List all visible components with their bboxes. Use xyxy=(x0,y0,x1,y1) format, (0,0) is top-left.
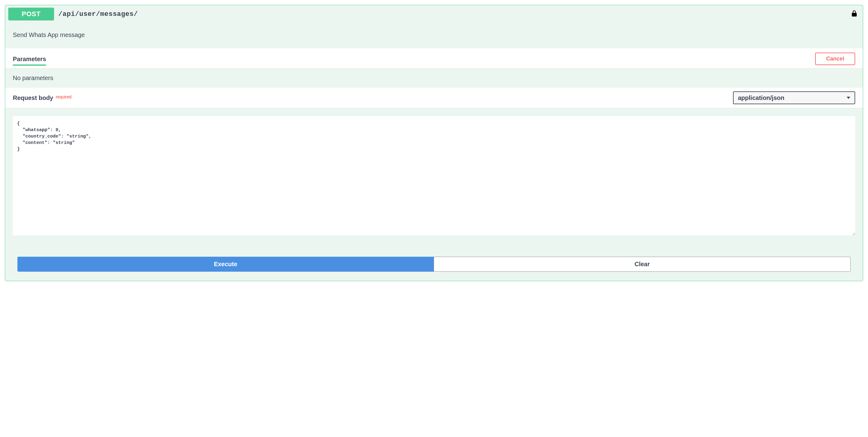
operation-summary-row[interactable]: POST /api/user/messages/ xyxy=(5,5,863,23)
parameters-section-title: Parameters xyxy=(13,56,46,66)
clear-button[interactable]: Clear xyxy=(434,257,850,272)
request-body-title: Request body xyxy=(13,94,53,101)
api-operation-block: POST /api/user/messages/ Send Whats App … xyxy=(5,5,863,281)
content-type-select-wrapper: application/json xyxy=(733,91,855,104)
lock-icon[interactable] xyxy=(850,10,858,18)
action-buttons-row: Execute Clear xyxy=(5,244,863,281)
no-parameters-text: No parameters xyxy=(5,68,863,88)
execute-button[interactable]: Execute xyxy=(18,257,434,272)
content-type-select[interactable]: application/json xyxy=(733,91,855,104)
request-body-textarea[interactable] xyxy=(13,116,855,235)
http-method-badge: POST xyxy=(8,8,54,21)
endpoint-path: /api/user/messages/ xyxy=(58,10,138,18)
cancel-button[interactable]: Cancel xyxy=(815,53,855,65)
parameters-header-row: Parameters Cancel xyxy=(5,48,863,68)
required-badge: required xyxy=(56,94,71,99)
operation-description: Send Whats App message xyxy=(5,23,863,48)
request-body-content xyxy=(5,108,863,244)
request-body-header-row: Request body required application/json xyxy=(5,88,863,108)
